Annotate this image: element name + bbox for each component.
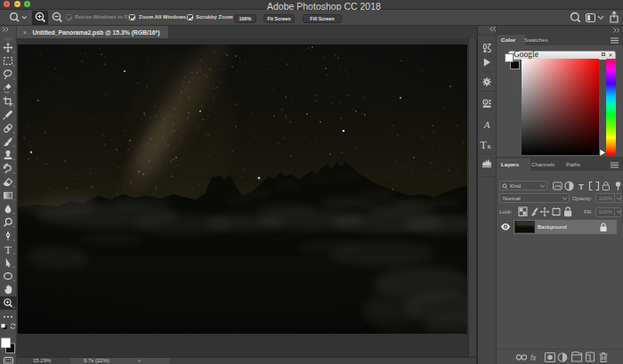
- svg-text:A: A: [483, 119, 490, 130]
- svg-text:fx: fx: [530, 353, 537, 362]
- svg-text:T: T: [4, 244, 12, 256]
- svg-text:T: T: [578, 181, 584, 190]
- svg-text:κ: κ: [488, 142, 492, 150]
- svg-text:T: T: [481, 139, 488, 151]
